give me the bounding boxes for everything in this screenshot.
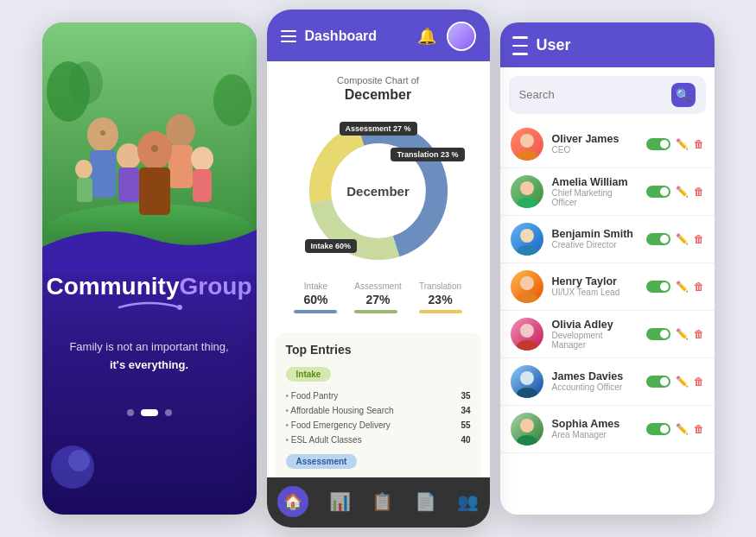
delete-olivia[interactable]: 🗑 [694, 328, 704, 340]
nav-analytics[interactable]: 📊 [329, 491, 351, 512]
user-hamburger-icon[interactable] [512, 36, 528, 55]
edit-benjamin[interactable]: ✏️ [676, 233, 689, 245]
avatar-henry [511, 270, 543, 303]
name-benjamin: Benjamin Smith [552, 228, 638, 240]
svg-point-34 [517, 340, 537, 351]
user-panel: User 🔍 Oliver James CEO ✏️ 🗑 [500, 22, 715, 515]
actions-henry: ✏️ 🗑 [646, 281, 704, 293]
search-input[interactable] [519, 88, 671, 101]
search-button[interactable]: 🔍 [671, 83, 696, 107]
delete-benjamin[interactable]: 🗑 [694, 233, 704, 245]
community-logo: CommunityGroup [47, 273, 252, 313]
svg-rect-10 [118, 167, 139, 202]
category-assessment-badge: Assessment [286, 454, 358, 469]
info-sophia: Sophia Ames Area Manager [552, 418, 638, 439]
entry-food-pantry: Food Pantry 35 [286, 389, 471, 403]
toggle-olivia[interactable] [646, 328, 670, 340]
name-amelia: Amelia William [552, 176, 638, 188]
edit-olivia[interactable]: ✏️ [676, 328, 689, 340]
delete-sophia[interactable]: 🗑 [694, 423, 704, 435]
hamburger-icon[interactable] [281, 30, 296, 43]
header-left: Dashboard [281, 28, 378, 44]
tagline-line1: Family is not an important thing, [69, 340, 228, 353]
user-header: User [500, 22, 715, 67]
community-bottom: CommunityGroup Family is not an importan… [42, 247, 257, 515]
nav-home[interactable]: 🏠 [277, 486, 308, 517]
avatar-james [511, 365, 543, 398]
name-james: James Davies [552, 370, 638, 382]
chart-title: December [279, 87, 478, 103]
role-henry: UI/UX Team Lead [552, 287, 638, 297]
entry-esl-name: ESL Adult Classes [286, 435, 362, 445]
actions-james: ✏️ 🗑 [646, 376, 704, 388]
svg-point-9 [117, 143, 141, 169]
entries-section: Top Entries Intake Food Pantry 35 Afford… [276, 332, 481, 477]
name-oliver: Oliver James [552, 133, 638, 145]
name-olivia: Olivia Adley [552, 319, 638, 331]
dot-3[interactable] [165, 409, 172, 416]
user-panel-title: User [537, 36, 571, 54]
svg-point-25 [520, 134, 534, 148]
svg-rect-12 [139, 167, 170, 215]
delete-amelia[interactable]: 🗑 [694, 186, 704, 198]
name-henry: Henry Taylor [552, 275, 638, 287]
tooltip-translation: Translation 23 % [391, 148, 464, 161]
logo-group-text: Group [180, 273, 252, 300]
delete-oliver[interactable]: 🗑 [694, 138, 704, 150]
user-item-olivia: Olivia Adley Development Manager ✏️ 🗑 [500, 311, 715, 358]
dashboard-panel: Dashboard 🔔 Composite Chart of December [267, 9, 490, 528]
stat-translation: Translation 23% [419, 277, 462, 313]
user-item-oliver: Oliver James CEO ✏️ 🗑 [500, 121, 715, 168]
stat-assessment-value: 27% [354, 293, 401, 306]
nav-list[interactable]: 📋 [372, 491, 393, 512]
svg-point-7 [166, 114, 195, 147]
actions-benjamin: ✏️ 🗑 [646, 233, 704, 245]
dot-2[interactable] [141, 409, 158, 416]
svg-point-38 [517, 435, 537, 445]
delete-james[interactable]: 🗑 [694, 376, 704, 388]
delete-henry[interactable]: 🗑 [694, 281, 704, 293]
category-intake-badge: Intake [286, 367, 332, 382]
stat-intake-bar [294, 310, 337, 313]
entry-housing: Affordable Housing Search 34 [286, 403, 471, 418]
blue-circle-deco-2 [68, 450, 90, 471]
user-item-sophia: Sophia Ames Area Manager ✏️ 🗑 [500, 406, 715, 453]
toggle-benjamin[interactable] [646, 233, 670, 245]
actions-oliver: ✏️ 🗑 [646, 138, 704, 150]
toggle-james[interactable] [646, 376, 670, 388]
stat-intake: Intake 60% [294, 277, 337, 313]
avatar-benjamin [511, 223, 543, 256]
dot-1[interactable] [127, 409, 134, 416]
role-olivia: Development Manager [552, 331, 638, 350]
svg-point-28 [517, 198, 537, 208]
user-item-amelia: Amelia William Chief Marketing Officer ✏… [500, 168, 715, 216]
entries-title: Top Entries [286, 343, 471, 357]
svg-point-18 [151, 145, 158, 152]
entry-housing-value: 34 [461, 406, 470, 415]
chart-stats: Intake 60% Assessment 27% Translation 23… [279, 268, 478, 320]
svg-rect-6 [90, 150, 116, 198]
edit-sophia[interactable]: ✏️ [676, 423, 689, 435]
toggle-amelia[interactable] [646, 186, 670, 198]
edit-henry[interactable]: ✏️ [676, 281, 689, 293]
edit-amelia[interactable]: ✏️ [676, 186, 689, 198]
svg-rect-14 [193, 169, 212, 202]
svg-point-27 [520, 181, 534, 195]
entry-food-emergency-name: Food Emergency Delivery [286, 420, 391, 430]
toggle-henry[interactable] [646, 281, 670, 293]
role-james: Accounting Officer [552, 382, 638, 392]
edit-oliver[interactable]: ✏️ [676, 138, 689, 150]
role-amelia: Chief Marketing Officer [552, 188, 638, 207]
actions-sophia: ✏️ 🗑 [646, 423, 704, 435]
nav-document[interactable]: 📄 [415, 491, 436, 512]
svg-point-35 [520, 371, 534, 385]
toggle-sophia[interactable] [646, 423, 670, 435]
bell-icon[interactable]: 🔔 [417, 27, 436, 46]
donut-chart: December Assessment 27 % Translation 23 … [301, 113, 456, 268]
dashboard-header: Dashboard 🔔 [267, 9, 490, 61]
edit-james[interactable]: ✏️ [676, 376, 689, 388]
svg-point-3 [68, 61, 103, 104]
user-avatar[interactable] [447, 22, 476, 51]
toggle-oliver[interactable] [646, 138, 670, 150]
nav-people[interactable]: 👥 [457, 491, 479, 512]
